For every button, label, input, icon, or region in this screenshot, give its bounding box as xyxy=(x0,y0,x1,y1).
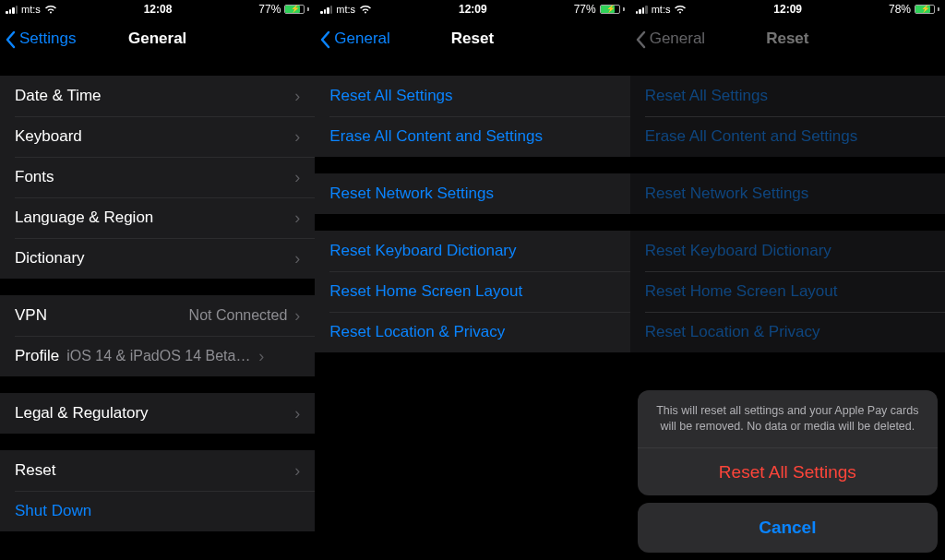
chevron-left-icon xyxy=(320,30,331,47)
battery-percent: 78% xyxy=(889,3,911,16)
page-title: Reset xyxy=(766,30,808,48)
row-reset-all-settings[interactable]: Reset All Settings xyxy=(315,76,629,116)
screen-reset-confirm: mt:s 12:09 78% ⚡ General Reset Reset All… xyxy=(630,0,945,560)
row-reset-home-layout[interactable]: Reset Home Screen Layout xyxy=(315,271,629,312)
chevron-right-icon: › xyxy=(294,307,300,324)
wifi-icon xyxy=(674,5,687,14)
chevron-right-icon: › xyxy=(294,250,300,267)
page-title: General xyxy=(128,30,186,48)
status-bar: mt:s 12:08 77% ⚡ xyxy=(0,0,315,18)
chevron-right-icon: › xyxy=(294,462,300,479)
row-erase-all: Erase All Content and Settings xyxy=(630,116,945,157)
back-label: General xyxy=(334,30,389,48)
chevron-right-icon: › xyxy=(294,405,300,422)
carrier-label: mt:s xyxy=(652,4,671,15)
chevron-right-icon: › xyxy=(294,169,300,185)
chevron-right-icon: › xyxy=(294,88,300,104)
back-button[interactable]: General xyxy=(320,30,389,48)
battery-percent: 77% xyxy=(574,3,596,16)
wifi-icon xyxy=(359,5,372,14)
chevron-right-icon: › xyxy=(294,128,300,145)
row-vpn[interactable]: VPNNot Connected› xyxy=(0,295,315,336)
nav-bar: Settings General xyxy=(0,18,315,59)
row-erase-all[interactable]: Erase All Content and Settings xyxy=(315,116,629,157)
battery-percent: 77% xyxy=(258,3,281,16)
back-label: Settings xyxy=(19,30,76,48)
clock: 12:08 xyxy=(144,3,173,16)
back-label: General xyxy=(650,30,705,48)
action-sheet: This will reset all settings and your Ap… xyxy=(638,390,938,553)
nav-bar: General Reset xyxy=(315,18,629,59)
row-dictionary[interactable]: Dictionary› xyxy=(0,238,315,279)
battery-icon: ⚡ xyxy=(600,5,625,14)
signal-icon xyxy=(636,5,648,14)
row-date-time[interactable]: Date & Time› xyxy=(0,76,315,116)
carrier-label: mt:s xyxy=(21,4,41,15)
sheet-cancel-button[interactable]: Cancel xyxy=(638,503,938,553)
row-reset[interactable]: Reset› xyxy=(0,450,315,491)
carrier-label: mt:s xyxy=(336,4,355,15)
nav-bar: General Reset xyxy=(630,18,945,59)
row-language-region[interactable]: Language & Region› xyxy=(0,197,315,238)
row-reset-keyboard-dict[interactable]: Reset Keyboard Dictionary xyxy=(315,231,629,271)
profile-value: iOS 14 & iPadOS 14 Beta Softwar... xyxy=(66,348,251,364)
row-keyboard[interactable]: Keyboard› xyxy=(0,116,315,157)
row-reset-location-privacy: Reset Location & Privacy xyxy=(630,312,945,352)
chevron-right-icon: › xyxy=(258,348,264,364)
row-shutdown[interactable]: Shut Down xyxy=(0,491,315,531)
chevron-right-icon: › xyxy=(294,209,300,226)
content: Reset All Settings Erase All Content and… xyxy=(315,59,629,560)
status-bar: mt:s 12:09 77% ⚡ xyxy=(315,0,629,18)
clock: 12:09 xyxy=(773,3,802,16)
row-reset-all-settings: Reset All Settings xyxy=(630,76,945,116)
row-reset-home-layout: Reset Home Screen Layout xyxy=(630,271,945,312)
row-legal[interactable]: Legal & Regulatory› xyxy=(0,393,315,434)
back-button[interactable]: Settings xyxy=(6,30,76,48)
row-reset-network: Reset Network Settings xyxy=(630,173,945,214)
row-reset-network[interactable]: Reset Network Settings xyxy=(315,173,629,214)
vpn-status: Not Connected xyxy=(189,307,288,324)
row-profile[interactable]: ProfileiOS 14 & iPadOS 14 Beta Softwar..… xyxy=(0,336,315,376)
chevron-left-icon xyxy=(6,30,17,47)
status-bar: mt:s 12:09 78% ⚡ xyxy=(630,0,945,18)
wifi-icon xyxy=(44,5,57,14)
screen-reset: mt:s 12:09 77% ⚡ General Reset Reset All… xyxy=(315,0,629,560)
battery-icon: ⚡ xyxy=(915,5,939,14)
battery-icon: ⚡ xyxy=(284,5,309,14)
back-button: General xyxy=(636,30,705,48)
signal-icon xyxy=(6,5,18,14)
chevron-left-icon xyxy=(636,30,647,47)
sheet-message: This will reset all settings and your Ap… xyxy=(638,390,938,447)
row-fonts[interactable]: Fonts› xyxy=(0,157,315,197)
row-reset-keyboard-dict: Reset Keyboard Dictionary xyxy=(630,231,945,271)
signal-icon xyxy=(320,5,332,14)
page-title: Reset xyxy=(451,30,494,48)
clock: 12:09 xyxy=(459,3,487,16)
row-reset-location-privacy[interactable]: Reset Location & Privacy xyxy=(315,312,629,352)
screen-general: mt:s 12:08 77% ⚡ Settings General Date &… xyxy=(0,0,315,560)
content: Date & Time› Keyboard› Fonts› Language &… xyxy=(0,59,315,560)
sheet-destructive-button[interactable]: Reset All Settings xyxy=(638,447,938,495)
